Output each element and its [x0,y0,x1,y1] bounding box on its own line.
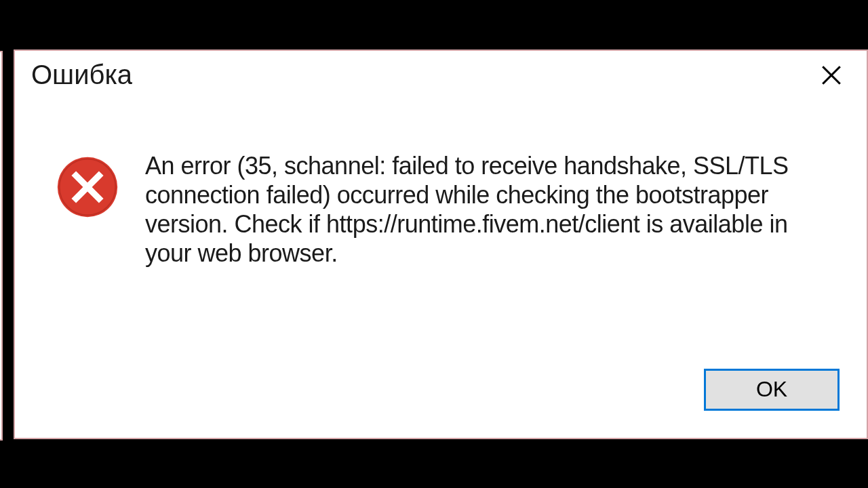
dialog-titlebar: Ошибка [15,51,867,97]
dialog-title: Ошибка [31,60,132,90]
error-dialog: Ошибка An error (35, schannel: failed to… [14,49,868,439]
ok-button[interactable]: OK [704,369,840,411]
dialog-button-row: OK [704,369,840,411]
close-icon [820,64,843,87]
close-button[interactable] [815,59,848,92]
dialog-left-edge [0,51,3,441]
dialog-message: An error (35, schannel: failed to receiv… [145,151,834,268]
error-icon [56,155,119,219]
error-icon-container [56,155,119,222]
dialog-content: An error (35, schannel: failed to receiv… [15,97,867,296]
